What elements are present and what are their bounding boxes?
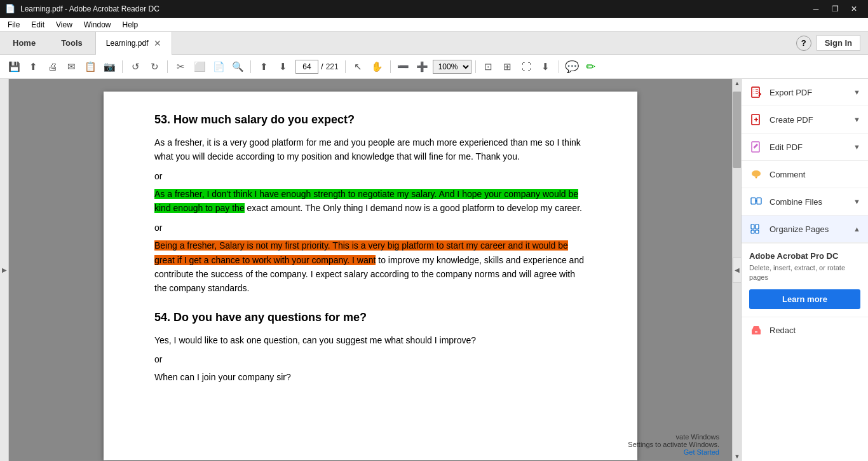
app-icon: 📄 (5, 4, 15, 14)
tab-document-label: Learning.pdf (106, 39, 149, 48)
separator-5 (390, 60, 391, 73)
highlight-orange-para: Being a fresher, Salary is not my first … (154, 238, 587, 296)
print-button[interactable]: 🖨 (43, 58, 61, 76)
menu-edit[interactable]: Edit (26, 19, 50, 31)
right-panel: Export PDF ▼ Create PDF ▼ Edit PDF ▼ (741, 79, 868, 461)
tab-close-button[interactable]: ✕ (154, 38, 161, 48)
find-button[interactable]: 🔍 (229, 58, 247, 76)
right-panel-collapse[interactable]: ◀ (733, 258, 741, 283)
pdf-area[interactable]: 53. How much salary do you expect? As a … (9, 79, 732, 461)
paste-button[interactable]: 📄 (210, 58, 227, 76)
maximize-button[interactable]: ❐ (826, 0, 844, 18)
comment-toolbar-button[interactable]: 💬 (563, 58, 581, 76)
full-screen-button[interactable]: ⛶ (518, 58, 536, 76)
zoom-in-button[interactable]: ➕ (414, 58, 431, 76)
highlight-button[interactable]: ✏ (582, 58, 600, 76)
close-button[interactable]: ✕ (845, 0, 863, 18)
menu-file[interactable]: File (3, 19, 25, 31)
minimize-button[interactable]: ─ (807, 0, 825, 18)
fit-width-button[interactable]: ⊡ (480, 58, 498, 76)
title-bar: 📄 Learning.pdf - Adobe Acrobat Reader DC… (0, 0, 868, 18)
download-button[interactable]: ⬇ (537, 58, 555, 76)
separator-7 (559, 60, 559, 73)
svg-rect-8 (751, 230, 754, 233)
tab-bar: Home Tools Learning.pdf ✕ ? Sign In (0, 32, 868, 55)
svg-rect-5 (757, 198, 761, 204)
menu-bar: File Edit View Window Help (0, 18, 868, 32)
create-pdf-chevron: ▼ (853, 116, 860, 123)
undo-button[interactable]: ↺ (126, 58, 144, 76)
menu-view[interactable]: View (51, 19, 78, 31)
organize-pages-chevron: ▲ (853, 225, 860, 233)
menu-window[interactable]: Window (79, 19, 116, 31)
comment-label: Comment (770, 170, 860, 179)
organize-pages-item[interactable]: Organize Pages ▲ (742, 216, 868, 243)
hand-tool-button[interactable]: ✋ (369, 58, 386, 76)
pdf-page: 53. How much salary do you expect? As a … (104, 92, 637, 460)
page-input[interactable] (295, 60, 318, 74)
tab-document[interactable]: Learning.pdf ✕ (95, 32, 172, 55)
organize-pages-label: Organize Pages (770, 224, 847, 234)
share-button[interactable]: 📋 (81, 58, 99, 76)
screenshot-button[interactable]: 📷 (100, 58, 118, 76)
combine-files-icon (749, 195, 763, 209)
window-title: Learning.pdf - Adobe Acrobat Reader DC (20, 4, 159, 13)
combine-files-item[interactable]: Combine Files ▼ (742, 188, 868, 216)
separator-6 (475, 60, 476, 73)
svg-rect-0 (752, 87, 759, 97)
next-page-button[interactable]: ⬇ (274, 58, 292, 76)
create-pdf-item[interactable]: Create PDF ▼ (742, 106, 868, 134)
help-button[interactable]: ? (796, 36, 811, 51)
scrollbar-thumb[interactable] (733, 92, 742, 168)
menu-help[interactable]: Help (118, 19, 144, 31)
highlight-green-para: As a fresher, I don't think I have enoug… (154, 187, 587, 216)
answer-54-p2: When can I join your company sir? (154, 370, 587, 384)
upload-button[interactable]: ⬆ (24, 58, 42, 76)
separator-2 (167, 60, 168, 73)
left-sidebar[interactable]: ▶ (0, 79, 9, 461)
zoom-select[interactable]: 100% 75% 125% 150% (433, 60, 471, 74)
tab-tools[interactable]: Tools (48, 32, 95, 55)
edit-pdf-chevron: ▼ (853, 143, 860, 151)
export-pdf-label: Export PDF (770, 88, 847, 97)
tab-home[interactable]: Home (0, 32, 48, 55)
copy-button[interactable]: ⬜ (191, 58, 208, 76)
redact-item[interactable]: Redact (742, 317, 868, 344)
prev-page-button[interactable]: ⬆ (255, 58, 273, 76)
pdf-content: 53. How much salary do you expect? As a … (154, 111, 587, 385)
promo-title: Adobe Acrobat Pro DC (749, 251, 860, 261)
separator-4 (345, 60, 346, 73)
scroll-up-arrow[interactable]: ▲ (733, 79, 742, 88)
scroll-down-arrow[interactable]: ▼ (733, 452, 742, 461)
edit-pdf-item[interactable]: Edit PDF ▼ (742, 134, 868, 161)
redact-label: Redact (770, 326, 860, 335)
toolbar: 💾 ⬆ 🖨 ✉ 📋 📷 ↺ ↻ ✂ ⬜ 📄 🔍 ⬆ ⬇ / 221 ↖ ✋ ➖ … (0, 55, 868, 79)
zoom-out-button[interactable]: ➖ (395, 58, 412, 76)
cut-button[interactable]: ✂ (172, 58, 189, 76)
redact-icon (749, 324, 763, 338)
question-53-heading: 53. How much salary do you expect? (154, 111, 587, 129)
email-button[interactable]: ✉ (62, 58, 80, 76)
save-button[interactable]: 💾 (5, 58, 23, 76)
win-activate-line2: Settings to activate Windows. (628, 441, 719, 448)
question-54-heading: 54. Do you have any questions for me? (154, 308, 587, 327)
export-pdf-chevron: ▼ (853, 88, 860, 96)
or-1: or (154, 169, 587, 183)
promo-section: Adobe Acrobat Pro DC Delete, insert, ext… (742, 243, 868, 317)
sign-in-button[interactable]: Sign In (817, 35, 860, 51)
select-tool-button[interactable]: ↖ (349, 58, 367, 76)
comment-icon (749, 167, 763, 181)
fit-page-button[interactable]: ⊞ (499, 58, 517, 76)
separator-3 (250, 60, 251, 73)
comment-item[interactable]: Comment (742, 161, 868, 188)
learn-more-button[interactable]: Learn more (749, 289, 860, 309)
window-controls: ─ ❐ ✕ (807, 0, 863, 18)
page-total: 221 (326, 62, 339, 71)
export-pdf-item[interactable]: Export PDF ▼ (742, 79, 868, 106)
pdf-scroll-container[interactable]: 53. How much salary do you expect? As a … (9, 79, 732, 461)
combine-files-chevron: ▼ (853, 198, 860, 205)
redo-button[interactable]: ↻ (146, 58, 163, 76)
svg-rect-7 (756, 224, 759, 229)
win-activate-link[interactable]: Get Started (684, 448, 719, 456)
svg-rect-4 (751, 198, 756, 204)
